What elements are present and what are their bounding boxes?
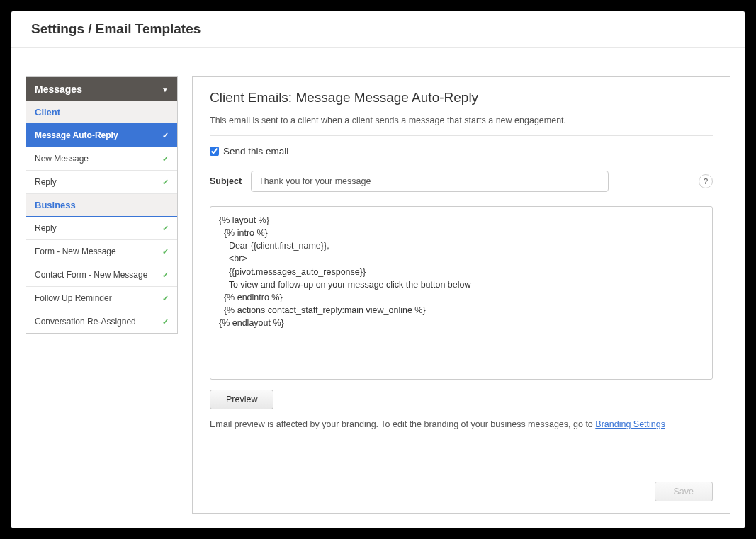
- caret-down-icon: ▼: [162, 86, 169, 93]
- check-icon: ✓: [162, 154, 169, 164]
- save-button[interactable]: Save: [655, 482, 713, 501]
- check-icon: ✓: [162, 224, 169, 233]
- sidebar-item-label: Contact Form - New Message: [35, 270, 147, 280]
- sidebar: Messages ▼ Client Message Auto-Reply ✓ N…: [26, 76, 178, 334]
- sidebar-section-client[interactable]: Client: [26, 101, 177, 124]
- subject-row: Subject ?: [210, 171, 713, 192]
- divider: [210, 135, 713, 136]
- app-window: Settings / Email Templates Messages ▼ Cl…: [11, 11, 745, 528]
- branding-settings-link[interactable]: Branding Settings: [595, 419, 665, 429]
- sidebar-item-form-new-message[interactable]: Form - New Message ✓: [26, 240, 177, 263]
- sidebar-item-reply-business[interactable]: Reply ✓: [26, 217, 177, 240]
- sidebar-section-business[interactable]: Business: [26, 194, 177, 217]
- sidebar-item-label: Form - New Message: [35, 246, 116, 256]
- send-email-row: Send this email: [210, 146, 713, 157]
- page-header: Settings / Email Templates: [11, 11, 745, 48]
- sidebar-item-label: Conversation Re-Assigned: [35, 317, 136, 327]
- panel-footer: Save: [210, 467, 713, 501]
- sidebar-item-label: Message Auto-Reply: [35, 130, 118, 140]
- check-icon: ✓: [162, 317, 169, 327]
- sidebar-item-new-message[interactable]: New Message ✓: [26, 147, 177, 171]
- email-body-editor[interactable]: [210, 206, 713, 380]
- sidebar-item-contact-form-new-message[interactable]: Contact Form - New Message ✓: [26, 263, 177, 287]
- check-icon: ✓: [162, 271, 169, 280]
- send-email-label: Send this email: [223, 146, 288, 157]
- sidebar-item-conversation-reassigned[interactable]: Conversation Re-Assigned ✓: [26, 310, 177, 333]
- main-description: This email is sent to a client when a cl…: [210, 115, 713, 125]
- main-title: Client Emails: Message Message Auto-Repl…: [210, 90, 713, 106]
- send-email-checkbox[interactable]: [210, 147, 219, 156]
- help-button[interactable]: ?: [699, 174, 713, 188]
- check-icon: ✓: [162, 131, 169, 140]
- content-area: Messages ▼ Client Message Auto-Reply ✓ N…: [11, 48, 745, 528]
- subject-label: Subject: [210, 176, 244, 186]
- subject-input[interactable]: [251, 171, 609, 192]
- preview-note-text: Email preview is affected by your brandi…: [210, 419, 595, 429]
- check-icon: ✓: [162, 247, 169, 256]
- sidebar-item-reply-client[interactable]: Reply ✓: [26, 171, 177, 194]
- sidebar-item-label: Reply: [35, 177, 57, 187]
- preview-note: Email preview is affected by your brandi…: [210, 419, 713, 429]
- sidebar-item-follow-up-reminder[interactable]: Follow Up Reminder ✓: [26, 287, 177, 310]
- check-icon: ✓: [162, 178, 169, 187]
- check-icon: ✓: [162, 294, 169, 303]
- main-panel: Client Emails: Message Message Auto-Repl…: [192, 76, 730, 514]
- sidebar-header[interactable]: Messages ▼: [26, 77, 177, 101]
- question-icon: ?: [704, 177, 708, 186]
- page-title: Settings / Email Templates: [31, 21, 725, 37]
- sidebar-item-label: Follow Up Reminder: [35, 293, 112, 303]
- sidebar-item-label: Reply: [35, 223, 57, 233]
- sidebar-header-label: Messages: [35, 84, 82, 95]
- preview-button[interactable]: Preview: [210, 390, 273, 409]
- sidebar-item-label: New Message: [35, 154, 89, 164]
- sidebar-item-message-auto-reply[interactable]: Message Auto-Reply ✓: [26, 124, 177, 147]
